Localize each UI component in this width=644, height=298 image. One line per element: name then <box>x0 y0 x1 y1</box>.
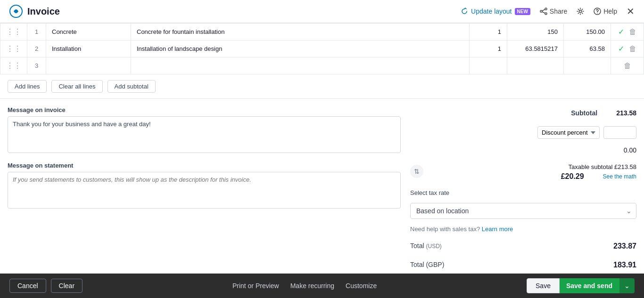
svg-point-8 <box>597 13 598 14</box>
share-icon <box>540 8 547 15</box>
actions-cell-empty: 🗑 <box>611 57 644 74</box>
drag-handle-cell[interactable]: ⋮⋮ <box>0 40 27 57</box>
message-on-statement-section: Message on statement <box>8 162 401 210</box>
table-row: ⋮⋮ 1 Concrete Concrete for fountain inst… <box>0 24 644 40</box>
subtotal-label: Subtotal <box>571 109 597 117</box>
qty-cell[interactable]: 1 <box>470 24 507 40</box>
bottom-section: Message on invoice Thank you for your bu… <box>0 99 644 274</box>
left-column: Message on invoice Thank you for your bu… <box>8 106 401 274</box>
share-label: Share <box>550 8 567 15</box>
subtotal-value: 213.58 <box>616 109 636 117</box>
discount-value: 0.00 <box>624 146 636 154</box>
drag-handle-cell[interactable]: ⋮⋮ <box>0 57 27 74</box>
row-number: 2 <box>27 40 46 57</box>
footer-left: Cancel Clear <box>9 279 83 293</box>
page-title: Invoice <box>27 6 60 17</box>
logo-icon <box>9 5 23 18</box>
actions-cell: ✓ 🗑 <box>611 40 644 57</box>
clear-button[interactable]: Clear <box>51 279 83 293</box>
discount-row: Discount percent Discount amount <box>410 126 636 139</box>
help-button[interactable]: Help <box>594 8 617 15</box>
tax-rate-label: Select tax rate <box>410 187 636 198</box>
description-cell[interactable]: Installation of landscape design <box>131 40 470 57</box>
total-gbp-label: Total (GBP) <box>410 261 444 269</box>
see-math-link[interactable]: See the math <box>603 173 636 180</box>
total-usd-row: Total (USD) 233.87 <box>410 239 636 253</box>
clear-all-lines-button[interactable]: Clear all lines <box>51 80 102 93</box>
row-number: 1 <box>27 24 46 40</box>
save-and-send-dropdown-button[interactable]: ⌄ <box>619 278 635 293</box>
tax-amount-row: £20.29 See the math <box>561 172 636 181</box>
svg-point-3 <box>545 13 547 15</box>
line-actions: Add lines Clear all lines Add subtotal <box>0 74 644 99</box>
amount-cell: 150.00 <box>564 24 611 40</box>
drag-handle-icon[interactable]: ⋮⋮ <box>6 62 21 70</box>
invoice-table: ⋮⋮ 1 Concrete Concrete for fountain inst… <box>0 23 644 74</box>
cancel-button[interactable]: Cancel <box>9 279 46 293</box>
discount-value-row: 0.00 <box>410 145 636 155</box>
delete-icon[interactable]: 🗑 <box>624 62 631 70</box>
taxable-subtotal-row: Taxable subtotal £213.58 <box>566 161 636 172</box>
drag-handle-icon[interactable]: ⋮⋮ <box>6 28 21 36</box>
customize-button[interactable]: Customize <box>346 282 377 290</box>
learn-more-link[interactable]: Learn more <box>482 226 513 233</box>
rate-cell[interactable]: 63.5815217 <box>507 40 564 57</box>
description-cell-empty[interactable] <box>131 57 470 74</box>
amount-cell-empty <box>564 57 611 74</box>
swap-icon[interactable]: ⇅ <box>410 165 423 178</box>
check-icon: ✓ <box>618 28 624 36</box>
rate-cell-empty[interactable] <box>507 57 564 74</box>
tax-amount-value: £20.29 <box>561 172 584 181</box>
new-badge: NEW <box>515 8 530 15</box>
delete-icon[interactable]: 🗑 <box>629 45 636 53</box>
help-icon <box>594 8 601 15</box>
total-usd-value: 233.87 <box>613 242 636 250</box>
product-cell-empty[interactable] <box>46 57 131 74</box>
save-button[interactable]: Save <box>527 278 560 293</box>
taxable-subtotal-text: Taxable subtotal £213.58 <box>568 163 636 170</box>
add-subtotal-button[interactable]: Add subtotal <box>107 80 156 93</box>
tax-rate-select[interactable]: Based on location <box>410 203 636 219</box>
print-preview-button[interactable]: Print or Preview <box>232 282 279 290</box>
discount-input[interactable] <box>603 126 636 139</box>
taxable-subtotal-right: Taxable subtotal £213.58 £20.29 See the … <box>561 161 636 181</box>
update-layout-button[interactable]: Update layout NEW <box>461 8 530 15</box>
product-cell[interactable]: Installation <box>46 40 131 57</box>
discount-type-select[interactable]: Discount percent Discount amount <box>537 126 600 139</box>
swap-area: ⇅ <box>410 163 423 180</box>
description-cell[interactable]: Concrete for fountain installation <box>131 24 470 40</box>
save-and-send-button[interactable]: Save and send <box>560 278 619 293</box>
drag-handle-icon[interactable]: ⋮⋮ <box>6 45 21 53</box>
main-content: ⋮⋮ 1 Concrete Concrete for fountain inst… <box>0 23 644 274</box>
message-on-statement-label: Message on statement <box>8 162 401 169</box>
total-gbp-value: 183.91 <box>613 261 636 269</box>
rate-cell[interactable]: 150 <box>507 24 564 40</box>
table-row: ⋮⋮ 2 Installation Installation of landsc… <box>0 40 644 57</box>
footer: Cancel Clear Print or Preview Make recur… <box>0 274 644 298</box>
svg-point-1 <box>545 8 547 10</box>
delete-icon[interactable]: 🗑 <box>629 28 636 36</box>
table-row: ⋮⋮ 3 🗑 <box>0 57 644 74</box>
qty-cell-empty[interactable] <box>470 57 507 74</box>
close-button[interactable]: ✕ <box>627 6 635 17</box>
help-text-label: Need help with sales tax? <box>410 226 480 233</box>
subtotal-pair: Subtotal 213.58 <box>571 109 636 117</box>
message-on-invoice-input[interactable]: Thank you for your business and have a g… <box>8 116 401 153</box>
subtotal-row: Subtotal 213.58 <box>410 106 636 120</box>
product-cell[interactable]: Concrete <box>46 24 131 40</box>
update-layout-icon <box>461 8 468 15</box>
share-button[interactable]: Share <box>540 8 567 15</box>
amount-cell: 63.58 <box>564 40 611 57</box>
drag-handle-cell[interactable]: ⋮⋮ <box>0 24 27 40</box>
header-right: Update layout NEW Share <box>461 6 635 17</box>
settings-button[interactable] <box>577 8 584 15</box>
svg-line-4 <box>542 9 545 11</box>
message-on-invoice-section: Message on invoice Thank you for your bu… <box>8 106 401 154</box>
qty-cell[interactable]: 1 <box>470 40 507 57</box>
message-on-statement-input[interactable] <box>8 172 401 209</box>
add-lines-button[interactable]: Add lines <box>8 80 47 93</box>
header-left: Invoice <box>9 5 60 18</box>
make-recurring-button[interactable]: Make recurring <box>290 282 334 290</box>
footer-center: Print or Preview Make recurring Customiz… <box>232 282 377 290</box>
svg-point-2 <box>540 10 542 12</box>
